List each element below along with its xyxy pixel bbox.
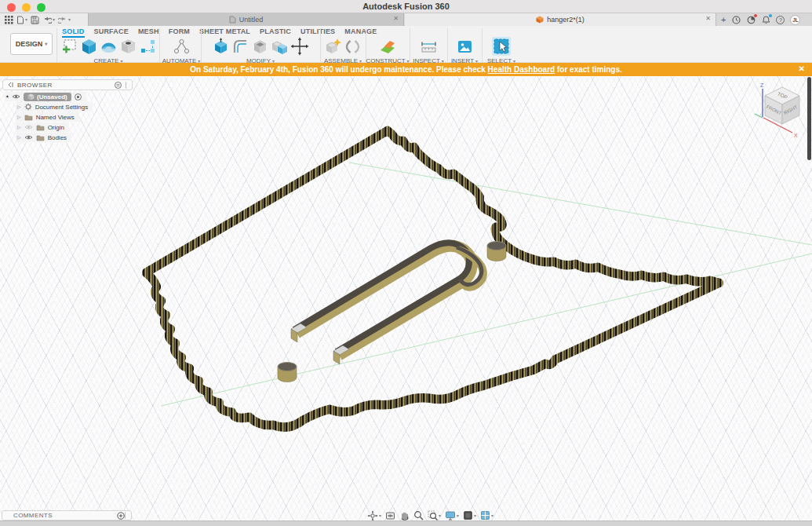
document-tab-untitled[interactable]: Untitled ✕ [88,13,404,26]
ribbon-toolbar: DESIGN ▾ SOLID SURFACE MESH FORM SHEET M… [0,26,812,63]
root-component-pill[interactable]: (Unsaved) [24,93,71,101]
macos-titlebar: Autodesk Fusion 360 [0,0,812,13]
disclosure-icon[interactable]: ▷ [17,104,21,109]
shell-icon[interactable] [251,38,269,56]
tree-item-origin[interactable]: ▷ Origin [16,122,69,132]
visibility-eye-icon[interactable] [24,124,33,130]
look-at-icon [385,510,395,521]
folder-icon [36,124,45,131]
z-axis-label: Z [760,82,764,88]
tab-utilities[interactable]: UTILITIES [300,27,335,36]
save-icon[interactable] [31,16,39,24]
group-create: CREATE▾ [60,37,157,64]
group-automate: AUTOMATE▾ [161,37,202,64]
y-axis [755,114,763,118]
construction-plane-icon[interactable] [379,38,397,56]
rectangular-pattern-icon[interactable] [139,38,157,56]
browser-title: BROWSER [17,82,53,89]
comments-panel[interactable]: COMMENTS [2,510,132,521]
select-icon[interactable] [493,38,510,55]
panel-grip[interactable] [125,512,127,519]
app-grid-icon[interactable] [5,16,13,24]
group-inspect: INSPECT▾ [411,37,446,64]
quick-access-toolbar: ▾ ▾ ▾ [0,13,88,26]
viewport-scrollbar[interactable] [807,77,811,160]
close-tab-icon[interactable]: ✕ [705,15,711,22]
orbit-tool[interactable]: ▾ [367,510,381,521]
navigation-toolbar: ▾ ▾ ▾ ▾ ▾ [367,510,493,521]
add-comment-icon[interactable] [117,512,125,520]
fusion360-window: { "window": { "title": "Autodesk Fusion … [0,0,812,526]
file-menu-button[interactable]: ▾ [16,16,27,24]
zoom-tool[interactable] [413,510,424,521]
display-filter-icon[interactable] [115,82,122,89]
notifications-icon[interactable] [761,15,770,24]
visibility-eye-icon[interactable] [12,93,20,100]
magnifier-window-icon [428,510,438,521]
tree-item-document-settings[interactable]: ▷ Document Settings [16,102,93,111]
pan-tool[interactable] [399,510,410,521]
pan-hand-icon [399,510,410,521]
activate-component-radio[interactable] [75,93,82,100]
combine-icon[interactable] [271,38,289,56]
viewports-settings[interactable]: ▾ [480,510,493,521]
tab-mesh[interactable]: MESH [138,27,159,36]
document-icon [229,16,236,24]
disclosure-icon[interactable]: ▾ [5,94,9,99]
tab-surface[interactable]: SURFACE [94,27,129,36]
look-at-tool[interactable] [385,510,395,521]
banner-text: On Saturday, February 4th, Fusion 360 wi… [190,65,487,74]
group-insert: INSERT▾ [449,37,480,64]
browser-panel: BROWSER ▾ (Unsaved) ▷ Document Settings … [0,76,141,155]
viewports-icon [480,510,490,521]
view-cube[interactable]: TOP FRONT RIGHT Z X [752,81,812,142]
folder-icon [24,114,33,121]
visibility-eye-icon[interactable] [24,134,33,141]
disclosure-icon[interactable]: ▷ [17,135,21,140]
grid-display-settings[interactable]: ▾ [463,510,476,521]
tab-plastic[interactable]: PLASTIC [260,27,291,36]
x-axis-label: X [794,133,798,138]
tab-sheet-metal[interactable]: SHEET METAL [199,27,250,36]
disclosure-icon[interactable]: ▷ [17,125,21,130]
tab-form[interactable]: FORM [169,27,190,36]
move-icon[interactable] [290,37,309,56]
tree-root-row[interactable]: ▾ (Unsaved) [5,92,86,101]
comments-label: COMMENTS [13,512,53,519]
browser-header[interactable]: BROWSER [2,79,133,90]
revolve-icon[interactable] [100,38,118,56]
new-component-icon[interactable] [324,38,342,56]
redo-button[interactable]: ▾ [58,16,71,24]
disclosure-icon[interactable]: ▷ [17,115,21,119]
group-construct: CONSTRUCT▾ [367,37,408,64]
joint-icon[interactable] [344,38,362,56]
extrude-icon[interactable] [80,38,98,56]
user-avatar[interactable]: JL [790,15,800,25]
health-dashboard-link[interactable]: Health Dashboard [488,65,555,74]
workspace-selector[interactable]: DESIGN ▾ [10,33,53,55]
tree-item-named-views[interactable]: ▷ Named Views [16,112,79,122]
magnifier-icon [413,510,424,521]
extensions-icon[interactable] [746,15,756,24]
collapse-panel-icon[interactable] [7,82,13,88]
panel-grip[interactable] [126,82,128,89]
tree-item-bodies[interactable]: ▷ Bodies [16,133,71,142]
help-icon[interactable]: ? [776,16,785,24]
display-settings[interactable]: ▾ [445,510,459,521]
create-sketch-icon[interactable] [60,38,78,56]
group-assemble: ASSEMBLE▾ [322,37,364,64]
close-tab-icon[interactable]: ✕ [393,15,399,22]
zoom-window-tool[interactable]: ▾ [428,510,441,521]
measure-icon[interactable] [420,38,438,56]
configure-icon[interactable] [173,38,191,56]
hole-icon[interactable] [119,38,137,56]
document-tab-hanger2[interactable]: hanger2*(1) ✕ [405,13,716,26]
fillet-icon[interactable] [231,38,249,56]
canvas-icon[interactable] [456,38,474,56]
press-pull-icon[interactable] [212,38,230,56]
tab-manage[interactable]: MANAGE [344,27,377,36]
new-tab-button[interactable]: + [721,16,726,24]
job-status-icon[interactable] [731,15,741,24]
undo-button[interactable]: ▾ [42,16,55,24]
banner-close-icon[interactable]: ✕ [799,64,805,73]
